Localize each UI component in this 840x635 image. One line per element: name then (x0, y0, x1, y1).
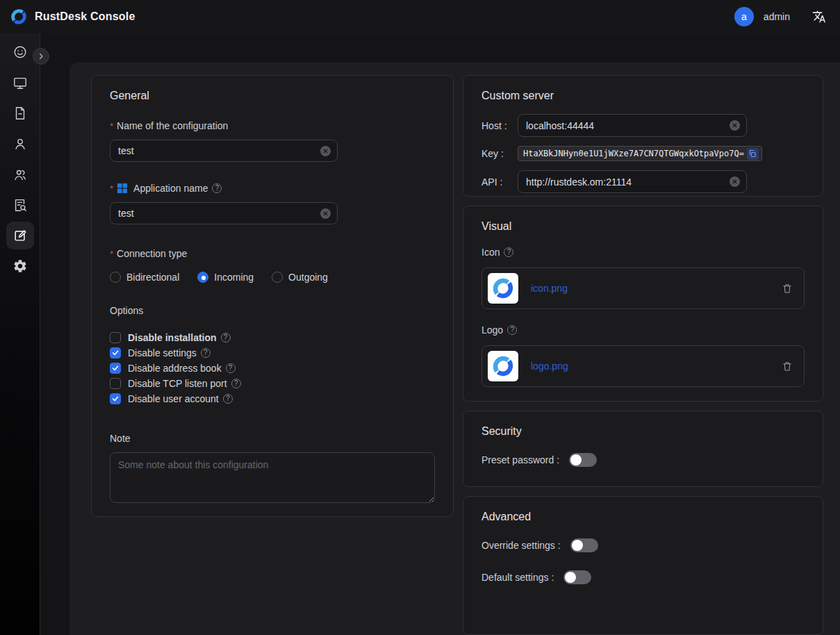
clear-config-name-icon[interactable]: ✕ (320, 146, 331, 156)
disable-tcp-help-icon[interactable]: ? (231, 379, 241, 388)
sidebar-item-users[interactable] (6, 130, 34, 158)
clear-api-icon[interactable]: ✕ (730, 176, 740, 187)
host-label: Host : (481, 120, 518, 131)
radio-dot (197, 272, 208, 283)
sidebar-item-dashboard[interactable] (6, 38, 34, 66)
app-name-help-icon[interactable]: ? (212, 183, 222, 193)
checkbox-disable-address-book[interactable]: Disable address book ? (110, 361, 435, 376)
app-name-label: Application name ? (110, 183, 435, 194)
app-name-field[interactable] (110, 208, 337, 219)
icon-help-icon[interactable]: ? (504, 247, 513, 257)
config-name-label: Name of the configuration (110, 120, 435, 131)
topbar: RustDesk Console a admin (0, 0, 840, 33)
checkbox-disable-installation[interactable]: Disable installation ? (110, 330, 435, 345)
api-label: API : (481, 176, 518, 188)
checkbox-icon (110, 347, 121, 358)
username[interactable]: admin (764, 11, 790, 22)
translate-icon[interactable] (812, 10, 826, 24)
security-title: Security (481, 425, 805, 438)
audit-log-icon (13, 197, 28, 213)
api-input[interactable]: ✕ (518, 170, 747, 193)
monitor-icon (13, 75, 28, 90)
checkbox-disable-user-account[interactable]: Disable user account ? (110, 391, 435, 406)
visual-title: Visual (481, 220, 805, 233)
checkbox-icon (110, 332, 121, 343)
security-card: Security Preset password : (463, 411, 823, 487)
override-settings-label: Override settings : (481, 540, 561, 551)
host-input[interactable]: ✕ (518, 114, 747, 137)
host-field[interactable] (518, 120, 746, 131)
rustdesk-console-app: RustDesk Console a admin (0, 0, 840, 635)
options-group: Disable installation ? Disable settings … (110, 330, 435, 406)
config-name-input[interactable]: ✕ (110, 140, 338, 162)
checkbox-icon (110, 393, 121, 404)
options-label: Options (110, 305, 435, 316)
note-label: Note (110, 433, 435, 444)
sidebar-item-sessions[interactable] (6, 99, 34, 127)
toggle-knob (570, 454, 582, 465)
advanced-card: Advanced Override settings : Default set… (463, 496, 823, 635)
sidebar (0, 33, 40, 635)
app-name-input[interactable]: ✕ (110, 202, 338, 224)
sidebar-expand-button[interactable] (33, 48, 49, 65)
disable-settings-help-icon[interactable]: ? (201, 348, 211, 358)
logo-thumbnail (488, 351, 518, 381)
visual-card: Visual Icon ? ico (463, 206, 823, 402)
icon-label: Icon ? (481, 247, 805, 258)
key-label: Key : (481, 148, 518, 159)
disable-installation-help-icon[interactable]: ? (221, 333, 231, 343)
key-value: HtaXBkJNHyn0e1U1jWXze7A7CN7QTGWqxkOtpaVp… (523, 149, 744, 158)
logo-help-icon[interactable]: ? (507, 325, 517, 335)
disable-user-account-help-icon[interactable]: ? (223, 394, 233, 404)
clear-host-icon[interactable]: ✕ (730, 120, 740, 131)
default-settings-label: Default settings : (481, 572, 554, 583)
checkbox-icon (110, 363, 121, 374)
user-icon (13, 136, 28, 151)
app-title: RustDesk Console (35, 10, 135, 23)
disable-address-book-help-icon[interactable]: ? (226, 363, 236, 373)
custom-server-card: Custom server Host : ✕ Key : HtaXBkJNHy (463, 75, 823, 197)
windows-icon (117, 183, 128, 194)
radio-outgoing[interactable]: Outgoing (272, 272, 328, 283)
sidebar-item-custom-clients[interactable] (6, 222, 34, 249)
edit-icon (13, 228, 28, 243)
copy-key-icon[interactable] (747, 148, 759, 160)
radio-bidirectional[interactable]: Bidirectional (110, 272, 179, 283)
config-name-field[interactable] (110, 145, 337, 156)
sidebar-item-groups[interactable] (6, 160, 34, 188)
preset-password-toggle[interactable] (569, 453, 597, 467)
api-field[interactable] (518, 176, 746, 188)
icon-file-link[interactable]: icon.png (531, 283, 568, 294)
logo-file-link[interactable]: logo.png (531, 361, 568, 372)
general-title: General (110, 90, 435, 102)
clear-app-name-icon[interactable]: ✕ (320, 208, 331, 219)
general-card: General Name of the configuration ✕ (91, 75, 454, 517)
icon-file-row: icon.png (481, 267, 805, 309)
delete-logo-file-icon[interactable] (782, 361, 793, 372)
smiley-icon (13, 44, 28, 60)
checkbox-disable-tcp-listen-port[interactable]: Disable TCP listen port ? (110, 376, 435, 391)
sidebar-item-devices[interactable] (6, 69, 34, 97)
rustdesk-logo-icon (10, 8, 28, 26)
note-textarea[interactable] (110, 452, 435, 503)
override-settings-toggle[interactable] (570, 538, 598, 552)
checkbox-disable-settings[interactable]: Disable settings ? (110, 345, 435, 361)
checkbox-icon (110, 378, 121, 389)
sidebar-item-audit[interactable] (6, 191, 34, 219)
delete-icon-file-icon[interactable] (782, 283, 793, 294)
gear-icon (13, 258, 28, 274)
brand: RustDesk Console (10, 8, 135, 26)
advanced-title: Advanced (481, 511, 805, 523)
sidebar-item-settings[interactable] (6, 252, 34, 280)
main-area: General Name of the configuration ✕ (40, 33, 840, 635)
connection-type-group: Bidirectional Incoming Outgoing (110, 272, 435, 283)
connection-type-label: Connection type (110, 248, 435, 259)
key-chip: HtaXBkJNHyn0e1U1jWXze7A7CN7QTGWqxkOtpaVp… (518, 146, 762, 161)
avatar[interactable]: a (734, 7, 754, 26)
radio-dot (110, 272, 121, 283)
radio-incoming[interactable]: Incoming (197, 272, 254, 283)
toggle-knob (572, 540, 583, 551)
logo-label: Logo ? (481, 324, 805, 336)
content-panel: General Name of the configuration ✕ (69, 63, 840, 635)
default-settings-toggle[interactable] (563, 570, 591, 584)
